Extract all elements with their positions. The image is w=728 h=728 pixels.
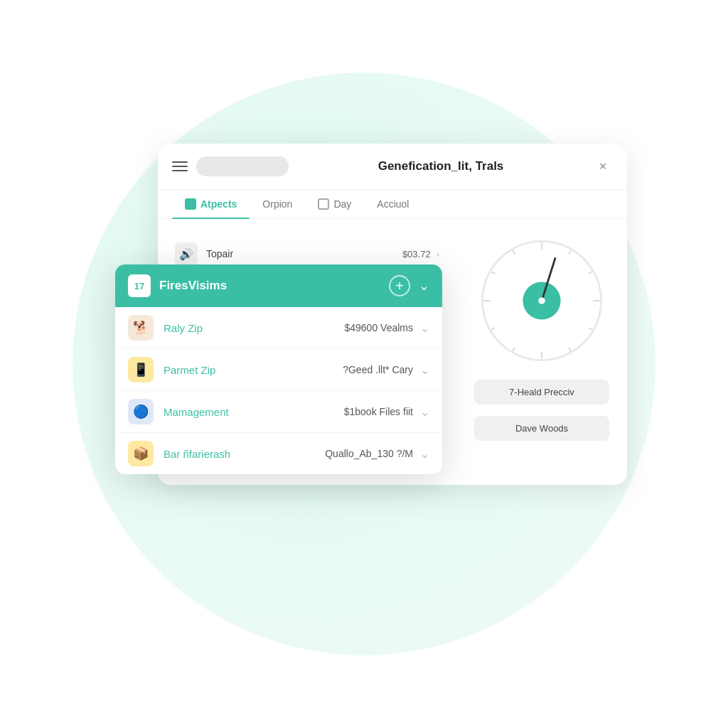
- gauge-svg: [474, 233, 609, 368]
- tab-atpects[interactable]: Atpects: [172, 190, 250, 218]
- tab-icon-day: [318, 198, 329, 210]
- add-button[interactable]: +: [389, 275, 410, 296]
- scene-container: Genefication_lit, Trals × Atpects Orpion…: [73, 73, 655, 655]
- svg-line-12: [513, 250, 515, 254]
- list-item[interactable]: 📱 Parmet Zip ?Geed .llt* Cary ⌄: [115, 349, 442, 391]
- chevron-down-icon: ⌄: [420, 405, 429, 419]
- svg-line-5: [589, 328, 592, 330]
- list-item[interactable]: 📦 Bar ñfarierash Quallo_Ab_130 ?/M ⌄: [115, 433, 442, 474]
- dropdown-list: 🐕 Raly Zip $49600 Vealms ⌄ 📱 Parmet Zip …: [115, 307, 442, 474]
- dropdown-header: 17 FiresVisims + ⌄: [115, 264, 442, 307]
- tab-icon-atpects: [185, 198, 196, 210]
- item-icon-parmet: 📱: [128, 357, 154, 382]
- right-panel: 7-Heald Precciv Dave Woods: [456, 219, 627, 482]
- chevron-down-icon: ⌄: [420, 321, 429, 335]
- tab-day[interactable]: Day: [305, 190, 364, 218]
- dropdown-title: FiresVisims: [159, 279, 380, 293]
- svg-line-6: [569, 348, 571, 351]
- card-title: Genefication_lit, Trals: [297, 159, 584, 173]
- tab-bar: Atpects Orpion Day Acciuol: [158, 190, 627, 219]
- card-header: Genefication_lit, Trals ×: [158, 144, 627, 190]
- item-icon-topair: 🔊: [175, 242, 198, 265]
- item-icon-raly: 🐕: [128, 315, 154, 341]
- close-button[interactable]: ×: [593, 156, 613, 176]
- item-icon-bar: 📦: [128, 441, 154, 466]
- list-item[interactable]: 🐕 Raly Zip $49600 Vealms ⌄: [115, 307, 442, 349]
- item-icon-mamagement: 🔵: [128, 399, 154, 424]
- heald-precciv-button[interactable]: 7-Heald Precciv: [474, 380, 609, 405]
- svg-line-2: [569, 250, 571, 254]
- list-item[interactable]: 🔵 Mamagement $1book Files fiit ⌄: [115, 391, 442, 433]
- svg-point-15: [538, 297, 545, 304]
- svg-line-9: [491, 328, 495, 330]
- svg-line-11: [491, 272, 495, 274]
- chevron-down-icon: ›: [437, 249, 439, 259]
- dropdown-logo: 17: [128, 274, 151, 297]
- chevron-down-icon: ⌄: [420, 363, 429, 377]
- svg-line-8: [513, 348, 515, 351]
- svg-line-3: [589, 272, 592, 274]
- hamburger-icon[interactable]: [172, 161, 188, 171]
- dave-woods-button[interactable]: Dave Woods: [474, 416, 609, 441]
- gauge-widget: [474, 233, 609, 368]
- dropdown-panel: 17 FiresVisims + ⌄ 🐕 Raly Zip $49600 Vea…: [115, 264, 442, 474]
- search-bar[interactable]: [196, 156, 289, 176]
- tab-orpion[interactable]: Orpion: [250, 190, 305, 218]
- chevron-down-icon: ⌄: [420, 447, 429, 461]
- tab-acciuol[interactable]: Acciuol: [364, 190, 422, 218]
- chevron-down-icon[interactable]: ⌄: [419, 278, 429, 294]
